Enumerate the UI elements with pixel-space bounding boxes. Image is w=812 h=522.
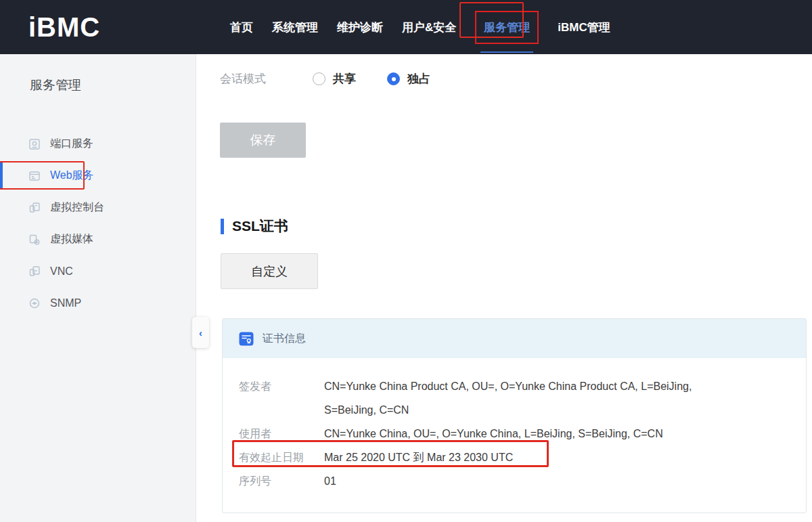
web-service-icon	[28, 170, 41, 182]
save-button[interactable]: 保存	[220, 123, 306, 158]
radio-shared-label: 共享	[333, 71, 356, 87]
chevron-left-icon: ‹	[199, 328, 202, 338]
sidebar-item-web-service[interactable]: Web服务	[0, 160, 196, 192]
certificate-icon	[239, 331, 254, 347]
sidebar-item-vnc[interactable]: VNC	[0, 255, 196, 287]
cert-row-label: 使用者	[239, 422, 324, 445]
sidebar-item-label: SNMP	[50, 297, 81, 309]
cert-row-value: CN=Yunke China, OU=, O=Yunke China, L=Be…	[324, 422, 663, 445]
radio-shared-circle-icon[interactable]	[313, 72, 325, 85]
certificate-info-card: 证书信息 签发者 CN=Yunke China Product CA, OU=,…	[222, 318, 807, 513]
session-mode-label: 会话模式	[220, 71, 313, 87]
sidebar-title: 服务管理	[0, 54, 196, 94]
sidebar-item-label: VNC	[50, 265, 73, 278]
ssl-section-title: SSL证书	[232, 217, 288, 236]
cert-row-value: 01	[324, 469, 336, 493]
cert-row-label: 序列号	[239, 469, 324, 493]
vnc-icon	[28, 265, 41, 278]
virtual-media-icon	[28, 234, 41, 246]
certificate-card-header: 证书信息	[223, 319, 806, 358]
heading-accent-bar	[221, 219, 224, 234]
cert-row-value: Mar 25 2020 UTC 到 Mar 23 2030 UTC	[324, 445, 513, 469]
sidebar-collapse-button[interactable]: ‹	[192, 317, 209, 348]
custom-button[interactable]: 自定义	[221, 253, 318, 289]
cert-row-label: 有效起止日期	[239, 445, 324, 469]
cert-row-label: 签发者	[239, 374, 324, 422]
ssl-section-heading: SSL证书	[221, 217, 288, 236]
certificate-card-body: 签发者 CN=Yunke China Product CA, OU=, O=Yu…	[223, 358, 806, 493]
top-header-bar: iBMC 首页 系统管理 维护诊断 用户&安全 服务管理 iBMC管理	[0, 0, 812, 54]
sidebar-menu: 端口服务 Web服务 虚拟控制台 虚拟媒体 VNC	[0, 128, 196, 319]
session-mode-row: 会话模式 共享 独占	[220, 71, 461, 87]
nav-tab-maintenance-diagnosis[interactable]: 维护诊断	[337, 20, 383, 35]
cert-row-validity: 有效起止日期 Mar 25 2020 UTC 到 Mar 23 2030 UTC	[239, 445, 790, 469]
nav-tab-service-management[interactable]: 服务管理	[475, 11, 539, 44]
radio-exclusive-label: 独占	[407, 71, 430, 87]
nav-tab-ibmc-management[interactable]: iBMC管理	[558, 20, 610, 35]
issuer-line-1: CN=Yunke China Product CA, OU=, O=Yunke …	[324, 374, 692, 398]
radio-exclusive-circle-icon[interactable]	[387, 72, 400, 85]
main-nav: 首页 系统管理 维护诊断 用户&安全 服务管理 iBMC管理	[230, 0, 610, 54]
port-service-icon	[28, 138, 41, 150]
nav-tab-user-security[interactable]: 用户&安全	[402, 20, 456, 35]
snmp-icon	[28, 297, 41, 309]
sidebar: 服务管理 端口服务 Web服务 虚拟控制台 虚拟媒体	[0, 54, 196, 522]
certificate-card-title: 证书信息	[263, 332, 306, 346]
sidebar-item-label: Web服务	[50, 169, 94, 183]
cert-row-value: CN=Yunke China Product CA, OU=, O=Yunke …	[324, 374, 692, 422]
sidebar-item-port-service[interactable]: 端口服务	[0, 128, 196, 160]
nav-tab-home[interactable]: 首页	[230, 20, 253, 35]
sidebar-item-virtual-console[interactable]: 虚拟控制台	[0, 192, 196, 223]
sidebar-item-snmp[interactable]: SNMP	[0, 287, 196, 319]
radio-shared[interactable]: 共享	[313, 71, 356, 87]
sidebar-item-label: 端口服务	[50, 137, 93, 151]
sidebar-item-virtual-media[interactable]: 虚拟媒体	[0, 223, 196, 255]
cert-row-subject: 使用者 CN=Yunke China, OU=, O=Yunke China, …	[239, 422, 790, 445]
nav-tab-system-management[interactable]: 系统管理	[272, 20, 318, 35]
sidebar-item-label: 虚拟控制台	[50, 200, 104, 215]
radio-exclusive[interactable]: 独占	[387, 71, 430, 87]
cert-row-serial: 序列号 01	[239, 469, 790, 493]
ibmc-logo: iBMC	[28, 12, 100, 43]
cert-row-issuer: 签发者 CN=Yunke China Product CA, OU=, O=Yu…	[239, 374, 790, 422]
virtual-console-icon	[28, 202, 41, 214]
sidebar-item-label: 虚拟媒体	[50, 232, 93, 246]
issuer-line-2: S=BeiJing, C=CN	[324, 398, 692, 422]
